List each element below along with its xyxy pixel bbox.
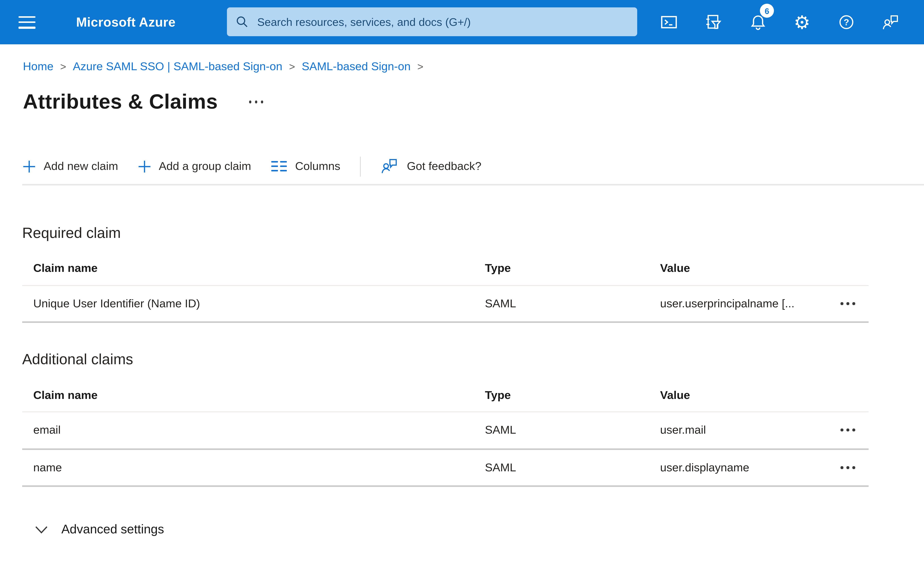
claim-value-cell: user.userprincipalname [... <box>649 297 827 310</box>
page-title: Attributes & Claims <box>23 90 218 114</box>
search-input[interactable] <box>256 15 628 29</box>
settings-button[interactable]: ⚙ <box>780 0 824 44</box>
breadcrumb-sso-link[interactable]: Azure SAML SSO | SAML-based Sign-on <box>73 60 282 73</box>
title-context-menu-icon[interactable] <box>249 101 263 103</box>
topbar-icon-group: 6 ⚙ ? <box>647 0 913 44</box>
breadcrumb-home-link[interactable]: Home <box>23 60 53 73</box>
feedback-button[interactable] <box>869 0 913 44</box>
cloud-shell-icon <box>660 13 678 31</box>
claim-name-cell[interactable]: Unique User Identifier (Name ID) <box>22 297 474 310</box>
claim-type-cell: SAML <box>474 297 649 310</box>
brand-title[interactable]: Microsoft Azure <box>76 15 176 30</box>
add-new-claim-button[interactable]: Add new claim <box>23 160 118 173</box>
got-feedback-label: Got feedback? <box>407 160 482 173</box>
add-group-claim-label: Add a group claim <box>159 160 251 173</box>
help-icon: ? <box>838 13 855 31</box>
directory-filter-button[interactable] <box>691 0 736 44</box>
advanced-settings-expander[interactable]: Advanced settings <box>35 519 924 540</box>
notification-badge: 6 <box>760 4 774 18</box>
columns-label: Columns <box>295 160 340 173</box>
feedback-person-icon <box>882 13 899 31</box>
breadcrumb: Home > Azure SAML SSO | SAML-based Sign-… <box>23 60 924 73</box>
advanced-settings-label: Advanced settings <box>61 522 164 537</box>
hamburger-menu-icon[interactable] <box>18 16 35 28</box>
breadcrumb-separator: > <box>60 61 66 72</box>
toolbar-bottom-divider <box>22 184 924 185</box>
notifications-button[interactable]: 6 <box>736 0 780 44</box>
command-bar: Add new claim Add a group claim Columns … <box>23 148 924 184</box>
add-group-claim-button[interactable]: Add a group claim <box>138 160 251 173</box>
breadcrumb-separator: > <box>417 61 423 72</box>
toolbar-divider <box>360 156 361 176</box>
table-row[interactable]: name SAML user.displayname <box>22 449 869 487</box>
chevron-down-icon <box>35 526 48 534</box>
directory-filter-icon <box>705 13 722 31</box>
column-header-type: Type <box>474 262 649 275</box>
table-header-row: Claim name Type Value <box>22 378 869 412</box>
row-actions-cell <box>827 462 869 473</box>
column-header-value: Value <box>649 262 827 275</box>
breadcrumb-signon-link[interactable]: SAML-based Sign-on <box>302 60 411 73</box>
claim-name-cell[interactable]: name <box>22 461 474 474</box>
claim-value-cell: user.mail <box>649 423 827 437</box>
required-claim-table: Claim name Type Value Unique User Identi… <box>22 252 869 323</box>
additional-claims-heading: Additional claims <box>22 351 924 368</box>
azure-portal-page: Microsoft Azure 6 ⚙ ? <box>0 0 924 584</box>
title-row: Attributes & Claims <box>23 89 924 115</box>
search-icon <box>236 15 248 28</box>
claim-value-cell: user.displayname <box>649 461 827 474</box>
row-context-menu-icon[interactable] <box>839 424 856 436</box>
claim-type-cell: SAML <box>474 461 649 474</box>
claim-name-cell[interactable]: email <box>22 423 474 437</box>
row-actions-cell <box>827 298 869 309</box>
row-context-menu-icon[interactable] <box>839 462 856 473</box>
row-context-menu-icon[interactable] <box>839 298 856 309</box>
gear-icon: ⚙ <box>794 13 810 31</box>
column-header-value: Value <box>649 388 827 401</box>
svg-text:?: ? <box>844 17 849 27</box>
column-header-type: Type <box>474 388 649 401</box>
plus-icon <box>138 160 151 173</box>
column-header-claim-name: Claim name <box>22 262 474 275</box>
row-actions-cell <box>827 424 869 436</box>
required-claim-heading: Required claim <box>22 224 924 241</box>
column-header-claim-name: Claim name <box>22 388 474 401</box>
columns-icon <box>271 161 287 171</box>
got-feedback-button[interactable]: Got feedback? <box>381 157 482 175</box>
plus-icon <box>23 160 35 173</box>
help-button[interactable]: ? <box>824 0 869 44</box>
cloud-shell-button[interactable] <box>647 0 691 44</box>
global-search[interactable] <box>227 7 637 36</box>
additional-claims-table: Claim name Type Value email SAML user.ma… <box>22 378 869 487</box>
claim-type-cell: SAML <box>474 423 649 437</box>
feedback-person-icon <box>381 157 399 175</box>
add-new-claim-label: Add new claim <box>44 160 118 173</box>
table-row[interactable]: email SAML user.mail <box>22 412 869 449</box>
table-header-row: Claim name Type Value <box>22 252 869 286</box>
columns-button[interactable]: Columns <box>271 160 340 173</box>
breadcrumb-separator: > <box>289 61 295 72</box>
table-row[interactable]: Unique User Identifier (Name ID) SAML us… <box>22 286 869 323</box>
top-bar: Microsoft Azure 6 ⚙ ? <box>0 0 924 44</box>
